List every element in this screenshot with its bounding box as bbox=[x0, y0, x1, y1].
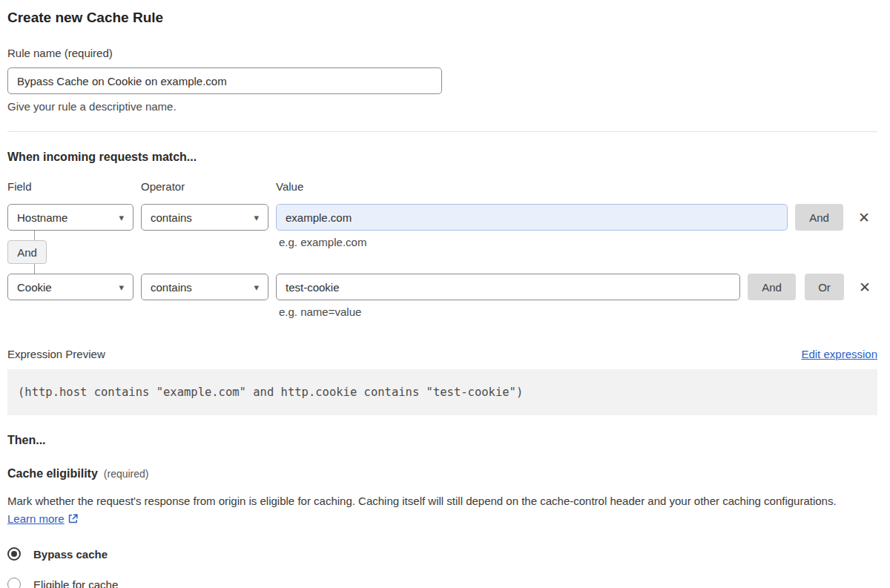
radio-selected-icon bbox=[7, 547, 21, 561]
radio-label: Eligible for cache bbox=[33, 578, 118, 588]
rule-name-label: Rule name (required) bbox=[7, 47, 877, 60]
value-field-wrap: e.g. name=value bbox=[276, 274, 740, 300]
add-and-condition-button[interactable]: And bbox=[795, 204, 843, 231]
field-select-value: Hostname bbox=[17, 211, 67, 224]
add-and-condition-button[interactable]: And bbox=[748, 274, 796, 300]
value-input[interactable] bbox=[276, 274, 740, 300]
operator-select-value: contains bbox=[151, 211, 192, 224]
section-divider bbox=[7, 131, 877, 132]
cache-eligibility-header: Cache eligibility (required) bbox=[7, 467, 877, 480]
required-tag: (required) bbox=[104, 468, 149, 480]
field-column-label: Field bbox=[7, 180, 134, 194]
add-or-condition-button[interactable]: Or bbox=[805, 274, 844, 300]
operator-select[interactable]: contains ▾ bbox=[141, 274, 268, 300]
condition-row-2: Cookie ▾ contains ▾ e.g. name=value And … bbox=[7, 274, 877, 300]
then-heading: Then... bbox=[7, 433, 877, 447]
connector-and-button[interactable]: And bbox=[7, 240, 47, 264]
create-cache-rule-form: Create new Cache Rule Rule name (require… bbox=[0, 0, 890, 588]
rule-name-help: Give your rule a descriptive name. bbox=[7, 100, 877, 113]
value-hint: e.g. name=value bbox=[279, 305, 361, 318]
value-field-wrap: e.g. example.com bbox=[276, 204, 788, 231]
page-title: Create new Cache Rule bbox=[7, 9, 877, 27]
edit-expression-link[interactable]: Edit expression bbox=[801, 348, 877, 360]
cache-eligibility-description: Mark whether the request's response from… bbox=[7, 492, 868, 529]
value-input[interactable] bbox=[276, 204, 788, 231]
operator-select-value: contains bbox=[151, 281, 192, 294]
field-select[interactable]: Hostname ▾ bbox=[7, 204, 134, 231]
close-icon[interactable]: ✕ bbox=[857, 280, 872, 294]
radio-eligible-for-cache[interactable]: Eligible for cache bbox=[7, 578, 877, 588]
connector-line bbox=[34, 264, 35, 274]
radio-bypass-cache[interactable]: Bypass cache bbox=[7, 547, 877, 561]
description-text: Mark whether the request's response from… bbox=[7, 495, 837, 507]
cache-eligibility-title: Cache eligibility bbox=[7, 467, 98, 480]
expression-preview-block: (http.host contains "example.com" and ht… bbox=[7, 369, 877, 415]
chevron-down-icon: ▾ bbox=[119, 283, 124, 292]
condition-row-1: Hostname ▾ contains ▾ e.g. example.com A… bbox=[7, 204, 877, 231]
match-heading: When incoming requests match... bbox=[7, 150, 877, 164]
value-column-label: Value bbox=[276, 180, 303, 194]
chevron-down-icon: ▾ bbox=[254, 283, 259, 292]
field-select[interactable]: Cookie ▾ bbox=[7, 274, 134, 300]
condition-column-headers: Field Operator Value bbox=[7, 180, 877, 194]
expression-preview-header: Expression Preview Edit expression bbox=[7, 348, 877, 360]
operator-select[interactable]: contains ▾ bbox=[141, 204, 268, 231]
operator-column-label: Operator bbox=[141, 180, 268, 194]
field-select-value: Cookie bbox=[17, 281, 52, 294]
value-hint: e.g. example.com bbox=[279, 236, 366, 248]
chevron-down-icon: ▾ bbox=[254, 213, 259, 222]
row-connector: And bbox=[7, 231, 877, 274]
radio-unselected-icon bbox=[7, 578, 21, 588]
learn-more-link[interactable]: Learn more bbox=[7, 512, 65, 525]
external-link-icon bbox=[67, 512, 79, 529]
connector-line bbox=[34, 231, 35, 240]
rule-name-input[interactable] bbox=[7, 67, 442, 94]
radio-label: Bypass cache bbox=[33, 548, 108, 561]
chevron-down-icon: ▾ bbox=[119, 213, 124, 222]
close-icon[interactable]: ✕ bbox=[857, 211, 871, 225]
expression-preview-label: Expression Preview bbox=[7, 348, 105, 360]
expression-code: (http.host contains "example.com" and ht… bbox=[18, 386, 523, 399]
